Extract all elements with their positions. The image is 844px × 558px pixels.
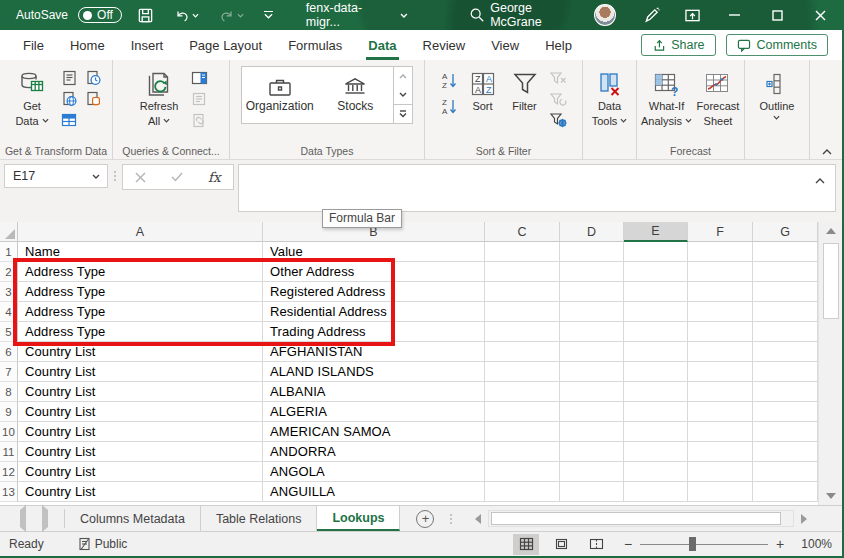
cell-G12[interactable] xyxy=(753,462,818,482)
row-header-6[interactable]: 6 xyxy=(0,342,18,362)
cell-E5[interactable] xyxy=(624,322,688,342)
from-web-icon[interactable] xyxy=(59,90,79,108)
column-header-c[interactable]: C xyxy=(485,222,560,242)
clear-filter-icon[interactable] xyxy=(548,69,568,87)
cell-E1[interactable] xyxy=(624,242,688,262)
avatar[interactable] xyxy=(594,4,615,26)
tab-data[interactable]: Data xyxy=(355,30,409,60)
tab-review[interactable]: Review xyxy=(410,30,479,60)
recent-sources-icon[interactable] xyxy=(83,69,103,87)
cell-D13[interactable] xyxy=(560,482,624,502)
cell-C1[interactable] xyxy=(485,242,560,262)
cell-E12[interactable] xyxy=(624,462,688,482)
cell-B9[interactable]: ALGERIA xyxy=(263,402,485,422)
cell-D11[interactable] xyxy=(560,442,624,462)
column-header-e[interactable]: E xyxy=(624,222,688,242)
cell-C11[interactable] xyxy=(485,442,560,462)
row-header-3[interactable]: 3 xyxy=(0,282,18,302)
cell-C2[interactable] xyxy=(485,262,560,282)
scroll-right-icon[interactable] xyxy=(796,510,812,527)
data-tools-button[interactable]: Data Tools xyxy=(587,66,632,127)
page-break-view-button[interactable] xyxy=(583,534,609,555)
minimize-button[interactable] xyxy=(714,0,757,30)
cell-B3[interactable]: Registered Address xyxy=(263,282,485,302)
sort-button[interactable]: ZAAZ Sort xyxy=(464,66,502,113)
user-name[interactable]: George McGrane xyxy=(490,1,584,29)
search-icon[interactable] xyxy=(464,0,490,30)
undo-button[interactable] xyxy=(169,0,204,30)
cell-D1[interactable] xyxy=(560,242,624,262)
scroll-up-icon[interactable] xyxy=(819,222,842,240)
row-header-1[interactable]: 1 xyxy=(0,242,18,262)
cell-E6[interactable] xyxy=(624,342,688,362)
enter-check-icon[interactable] xyxy=(171,172,183,182)
cell-C10[interactable] xyxy=(485,422,560,442)
cell-G8[interactable] xyxy=(753,382,818,402)
zoom-slider[interactable] xyxy=(640,537,768,551)
cell-G10[interactable] xyxy=(753,422,818,442)
cell-D7[interactable] xyxy=(560,362,624,382)
cell-A6[interactable]: Country List xyxy=(18,342,263,362)
close-button[interactable] xyxy=(799,0,842,30)
tab-home[interactable]: Home xyxy=(57,30,118,60)
cell-G13[interactable] xyxy=(753,482,818,502)
gallery-scroll-down[interactable] xyxy=(394,85,412,103)
row-header-12[interactable]: 12 xyxy=(0,462,18,482)
cell-G4[interactable] xyxy=(753,302,818,322)
autosave-toggle[interactable]: Off xyxy=(78,7,122,23)
cell-G6[interactable] xyxy=(753,342,818,362)
collapse-ribbon-button[interactable] xyxy=(822,149,832,155)
tab-file[interactable]: File xyxy=(10,30,57,60)
cell-B1[interactable]: Value xyxy=(263,242,485,262)
row-header-2[interactable]: 2 xyxy=(0,262,18,282)
cell-A12[interactable]: Country List xyxy=(18,462,263,482)
cell-B8[interactable]: ALBANIA xyxy=(263,382,485,402)
pen-icon[interactable] xyxy=(638,0,665,30)
properties-icon[interactable] xyxy=(189,90,209,108)
tab-help[interactable]: Help xyxy=(532,30,585,60)
cell-F13[interactable] xyxy=(688,482,753,502)
scroll-left-icon[interactable] xyxy=(470,510,486,527)
formula-bar-resize-handle[interactable] xyxy=(108,164,122,188)
cell-E9[interactable] xyxy=(624,402,688,422)
cell-G5[interactable] xyxy=(753,322,818,342)
cell-C5[interactable] xyxy=(485,322,560,342)
zoom-in-button[interactable]: + xyxy=(770,536,790,552)
cell-G7[interactable] xyxy=(753,362,818,382)
cell-E7[interactable] xyxy=(624,362,688,382)
cell-F10[interactable] xyxy=(688,422,753,442)
name-box[interactable]: E17 xyxy=(4,164,108,188)
cell-C7[interactable] xyxy=(485,362,560,382)
from-text-csv-icon[interactable] xyxy=(59,69,79,87)
maximize-button[interactable] xyxy=(756,0,799,30)
refresh-all-button[interactable]: Refresh All xyxy=(133,66,185,127)
sort-za-button[interactable]: ZA xyxy=(440,97,460,115)
cell-C13[interactable] xyxy=(485,482,560,502)
column-header-a[interactable]: A xyxy=(18,222,263,242)
cell-D10[interactable] xyxy=(560,422,624,442)
cell-G1[interactable] xyxy=(753,242,818,262)
cell-A13[interactable]: Country List xyxy=(18,482,263,502)
row-header-4[interactable]: 4 xyxy=(0,302,18,322)
cell-B5[interactable]: Trading Address xyxy=(263,322,485,342)
sheet-tab-lookups[interactable]: Lookups xyxy=(317,506,400,531)
cell-F11[interactable] xyxy=(688,442,753,462)
name-box-dropdown[interactable] xyxy=(85,174,107,179)
sheet-tab-columns-metadata[interactable]: Columns Metadata xyxy=(65,506,201,531)
cell-B13[interactable]: ANGUILLA xyxy=(263,482,485,502)
zoom-slider-thumb[interactable] xyxy=(689,537,696,551)
advanced-filter-icon[interactable] xyxy=(548,111,568,129)
vertical-scroll-thumb[interactable] xyxy=(823,243,839,319)
cell-F5[interactable] xyxy=(688,322,753,342)
zoom-out-button[interactable]: − xyxy=(618,536,638,552)
share-button[interactable]: Share xyxy=(641,34,715,56)
row-header-9[interactable]: 9 xyxy=(0,402,18,422)
tab-strip-resize-handle[interactable] xyxy=(444,506,458,532)
cell-F1[interactable] xyxy=(688,242,753,262)
customize-quick-access-toolbar-button[interactable] xyxy=(259,0,278,30)
queries-connections-icon[interactable] xyxy=(189,69,209,87)
cell-B12[interactable]: ANGOLA xyxy=(263,462,485,482)
cell-C12[interactable] xyxy=(485,462,560,482)
scroll-down-icon[interactable] xyxy=(819,487,842,505)
column-header-g[interactable]: G xyxy=(753,222,818,242)
